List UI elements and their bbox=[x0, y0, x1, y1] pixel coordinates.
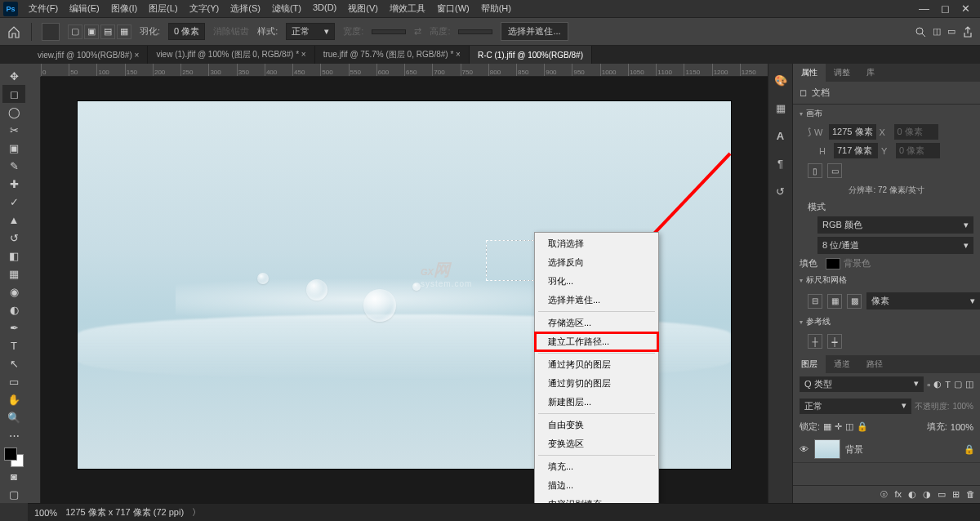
select-mask-button[interactable]: 选择并遮住... bbox=[501, 22, 568, 41]
doc-info[interactable]: 1275 像素 x 717 像素 (72 ppi) bbox=[65, 506, 184, 519]
maximize-icon[interactable]: ◻ bbox=[941, 2, 950, 15]
context-item[interactable]: 通过剪切的图层 bbox=[535, 374, 658, 393]
guide-add-icon[interactable]: ┼ bbox=[808, 334, 822, 349]
menu-s[interactable]: 选择(S) bbox=[225, 2, 266, 15]
shape-tool-icon[interactable]: ▭ bbox=[2, 372, 25, 390]
bit-depth-dropdown[interactable]: 8 位/通道▾ bbox=[817, 237, 973, 254]
gradient-tool-icon[interactable]: ▦ bbox=[2, 265, 25, 283]
tab-adjustments[interactable]: 调整 bbox=[826, 64, 858, 82]
menu-l[interactable]: 图层(L) bbox=[143, 2, 183, 15]
workspace-icon[interactable]: ▭ bbox=[947, 26, 956, 37]
context-item[interactable]: 羽化... bbox=[535, 272, 658, 291]
menu-h[interactable]: 帮助(H) bbox=[475, 2, 517, 15]
eyedropper-tool-icon[interactable]: ✎ bbox=[2, 157, 25, 175]
menu-v[interactable]: 视图(V) bbox=[342, 2, 384, 15]
heal-tool-icon[interactable]: ✚ bbox=[2, 175, 25, 193]
hand-tool-icon[interactable]: ✋ bbox=[2, 390, 25, 408]
mode-add-icon[interactable]: ▣ bbox=[84, 24, 99, 39]
context-item[interactable]: 选择反向 bbox=[535, 253, 658, 272]
grid-icon[interactable]: ▦ bbox=[827, 294, 842, 309]
menu-dd[interactable]: 3D(D) bbox=[307, 2, 342, 15]
pen-tool-icon[interactable]: ✒ bbox=[2, 318, 25, 336]
history-brush-tool-icon[interactable]: ↺ bbox=[2, 229, 25, 247]
move-tool-icon[interactable]: ✥ bbox=[2, 67, 25, 85]
feather-input[interactable]: 0 像素 bbox=[168, 23, 205, 40]
ruler-icon[interactable]: ⊟ bbox=[808, 294, 822, 309]
guide-h-icon[interactable]: ┼ bbox=[827, 334, 842, 349]
stamp-tool-icon[interactable]: ▲ bbox=[2, 211, 25, 229]
history-panel-icon[interactable]: ↺ bbox=[773, 183, 789, 199]
doc-tab[interactable]: view.jfif @ 100%(RGB/8#) × bbox=[29, 46, 148, 64]
color-swatch[interactable] bbox=[4, 448, 24, 467]
lasso-tool-icon[interactable]: ◯ bbox=[2, 103, 25, 121]
eraser-tool-icon[interactable]: ◧ bbox=[2, 247, 25, 265]
lock-position-icon[interactable]: ✛ bbox=[835, 421, 842, 432]
color-mode-dropdown[interactable]: RGB 颜色▾ bbox=[817, 216, 973, 234]
doc-tab[interactable]: view (1).jfif @ 100% (图层 0, RGB/8#) * × bbox=[148, 46, 314, 64]
delete-icon[interactable]: 🗑 bbox=[966, 489, 975, 500]
menu-f[interactable]: 文件(F) bbox=[23, 2, 64, 15]
filter-shp-icon[interactable]: ▢ bbox=[954, 379, 962, 390]
context-item[interactable]: 新建图层... bbox=[535, 393, 658, 412]
character-panel-icon[interactable]: A bbox=[773, 127, 789, 144]
tab-libraries[interactable]: 库 bbox=[858, 64, 883, 82]
ruler-unit-dropdown[interactable]: 像素▾ bbox=[866, 292, 980, 309]
context-item[interactable]: 内容识别填充... bbox=[535, 495, 658, 503]
menu-t[interactable]: 滤镜(T) bbox=[266, 2, 307, 15]
tab-channels[interactable]: 通道 bbox=[826, 355, 858, 373]
grid2-icon[interactable]: ▩ bbox=[847, 294, 862, 309]
doc-tab[interactable]: true.jfif @ 75.7% (图层 0, RGB/8#) * × bbox=[315, 46, 470, 64]
height-value[interactable]: 717 像素 bbox=[834, 143, 878, 158]
menu-e[interactable]: 编辑(E) bbox=[64, 2, 105, 15]
paragraph-panel-icon[interactable]: ¶ bbox=[773, 155, 789, 171]
width-value[interactable]: 1275 像素 bbox=[829, 124, 876, 140]
filter-img-icon[interactable]: ▫ bbox=[927, 380, 930, 390]
link-layers-icon[interactable]: ⦾ bbox=[880, 489, 888, 500]
filter-smart-icon[interactable]: ◫ bbox=[965, 379, 973, 390]
style-dropdown[interactable]: 正常▾ bbox=[286, 23, 335, 40]
zoom-level[interactable]: 100% bbox=[34, 508, 57, 518]
context-item[interactable]: 自由变换 bbox=[535, 416, 658, 434]
menu-i[interactable]: 图像(I) bbox=[105, 2, 143, 15]
lock-artboard-icon[interactable]: ◫ bbox=[845, 421, 853, 432]
marquee-tool-icon[interactable]: ◻ bbox=[2, 85, 25, 103]
layer-filter-dropdown[interactable]: Q 类型▾ bbox=[800, 376, 924, 392]
minimize-icon[interactable]: — bbox=[919, 2, 929, 15]
orientation-portrait-icon[interactable]: ▯ bbox=[808, 163, 822, 178]
mask-icon[interactable]: ◐ bbox=[908, 489, 916, 500]
path-tool-icon[interactable]: ↖ bbox=[2, 354, 25, 372]
guides-section-header[interactable]: 参考线 bbox=[793, 313, 980, 331]
context-item[interactable]: 选择并遮住... bbox=[535, 291, 658, 309]
context-item[interactable]: 填充... bbox=[535, 457, 658, 476]
menu-[interactable]: 增效工具 bbox=[384, 2, 431, 15]
tool-preset[interactable] bbox=[42, 23, 60, 41]
fx-icon[interactable]: fx bbox=[894, 489, 902, 500]
visibility-icon[interactable]: 👁 bbox=[798, 444, 809, 454]
adjustment-icon[interactable]: ◑ bbox=[923, 489, 931, 500]
fill-swatch[interactable] bbox=[826, 258, 840, 269]
mode-sub-icon[interactable]: ▤ bbox=[100, 24, 115, 39]
dodge-tool-icon[interactable]: ◐ bbox=[2, 301, 25, 318]
lock-all-icon[interactable]: 🔒 bbox=[857, 421, 868, 432]
lock-pixels-icon[interactable]: ▦ bbox=[823, 421, 831, 432]
new-layer-icon[interactable]: ⊞ bbox=[952, 489, 960, 500]
doc-info-arrow-icon[interactable]: 〉 bbox=[192, 506, 201, 519]
layer-name[interactable]: 背景 bbox=[845, 443, 863, 456]
filter-txt-icon[interactable]: T bbox=[945, 380, 951, 390]
layer-thumbnail[interactable] bbox=[814, 439, 840, 459]
arrange-icon[interactable]: ◫ bbox=[933, 26, 941, 37]
context-item[interactable]: 建立工作路径... bbox=[535, 332, 658, 351]
search-icon[interactable] bbox=[915, 26, 926, 38]
close-icon[interactable]: ✕ bbox=[961, 2, 970, 15]
share-icon[interactable] bbox=[962, 26, 973, 38]
context-item[interactable]: 变换选区 bbox=[535, 434, 658, 453]
orientation-landscape-icon[interactable]: ▭ bbox=[827, 163, 842, 178]
canvas-section-header[interactable]: 画布 bbox=[793, 105, 980, 122]
context-item[interactable]: 描边... bbox=[535, 476, 658, 495]
menu-y[interactable]: 文字(Y) bbox=[184, 2, 225, 15]
screenmode-icon[interactable]: ▢ bbox=[2, 485, 25, 503]
doc-tab[interactable]: R-C (1).jfif @ 100%(RGB/8#) bbox=[470, 46, 592, 64]
ruler-horizontal[interactable]: 0501001502002503003504004505005506006507… bbox=[41, 64, 768, 77]
blur-tool-icon[interactable]: ◉ bbox=[2, 283, 25, 301]
link-wh-icon[interactable]: ⟆ bbox=[808, 127, 811, 137]
